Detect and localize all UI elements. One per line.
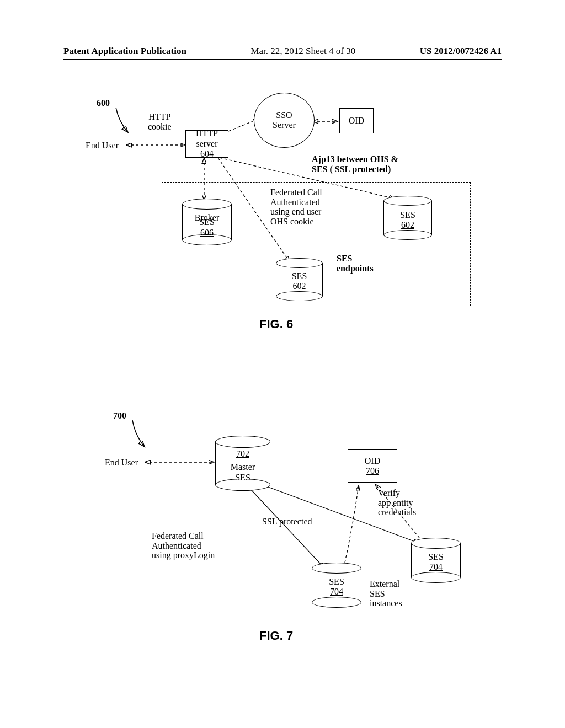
fig7-ses-right-ref: 704 — [411, 562, 461, 572]
fig7-caption: FIG. 7 — [259, 629, 293, 643]
fig7-num: 700 — [113, 411, 126, 421]
fig6-ses-lower-ref: 602 — [276, 281, 323, 291]
fig6-http-server-ref: 604 — [200, 149, 214, 159]
fig6-oid: OID — [339, 108, 374, 133]
fig7-master-mid: Master — [215, 462, 270, 472]
header-left: Patent Application Publication — [63, 46, 186, 57]
fig6-broker-cyl: Broker SES 606 — [182, 199, 232, 245]
fig7-ssl: SSL protected — [262, 517, 312, 527]
fig7-oid-ref: 706 — [366, 466, 379, 476]
fig7-ses-lower-ref: 704 — [312, 587, 361, 597]
fig7-end-user: End User — [105, 458, 138, 468]
fig7-oid-label: OID — [365, 456, 380, 466]
fig6-http-server-mid: server — [196, 139, 217, 149]
fig6-ses-lower: SES 602 — [276, 258, 323, 301]
fig6-sso-text: SSO Server — [273, 110, 296, 131]
fig6-sso-server: SSO Server — [254, 93, 315, 148]
fig6-ajp: Ajp13 between OHS & SES ( SSL protected) — [312, 154, 398, 174]
fig6-ses-right: SES 602 — [383, 196, 432, 240]
fig6-ses-right-ref: 602 — [383, 220, 432, 230]
svg-line-7 — [251, 490, 324, 568]
fig6-caption: FIG. 6 — [259, 317, 293, 331]
fig7-master-bot: SES — [215, 473, 270, 483]
fig6-http-server-top: HTTP — [196, 129, 218, 138]
fig7-ses-right-label: SES — [411, 552, 461, 562]
fig7-ses-lower-label: SES — [312, 577, 361, 587]
fig7-fed: Federated Call Authenticated using proxy… — [152, 531, 215, 560]
fig6-ses-lower-label: SES — [276, 271, 323, 281]
fig7-ses-lower: SES 704 — [312, 563, 361, 608]
fig7-external: External SES instances — [370, 579, 402, 608]
fig6-end-user: End User — [86, 141, 119, 151]
header-mid: Mar. 22, 2012 Sheet 4 of 30 — [250, 46, 355, 57]
fig7-master-ref: 702 — [215, 449, 270, 459]
fig6-ses-right-label: SES — [383, 210, 432, 220]
figure-7: 700 End User 702 Master SES OID 706 Veri… — [0, 397, 565, 656]
figure-6: 600 End User HTTP cookie HTTP server 604… — [0, 88, 565, 353]
fig6-oid-text: OID — [349, 116, 364, 126]
fig7-ses-right: SES 704 — [411, 538, 461, 583]
fig6-http-server: HTTP server 604 — [185, 130, 228, 158]
fig6-num: 600 — [97, 98, 110, 108]
fig6-fed: Federated Call Authenticated using end u… — [270, 188, 322, 226]
fig6-endpoints-label: SES endpoints — [337, 254, 374, 273]
fig7-oid: OID 706 — [348, 449, 397, 483]
fig7-verify: Verify app entity credentials — [378, 488, 416, 517]
page-header: Patent Application Publication Mar. 22, … — [63, 46, 502, 60]
fig6-broker-mid: SES — [182, 217, 232, 227]
fig7-master-cyl: 702 Master SES — [215, 436, 270, 491]
fig6-http-cookie: HTTP cookie — [148, 112, 172, 131]
header-right: US 2012/0072426 A1 — [420, 46, 502, 57]
fig6-broker-ref: 606 — [182, 228, 232, 238]
